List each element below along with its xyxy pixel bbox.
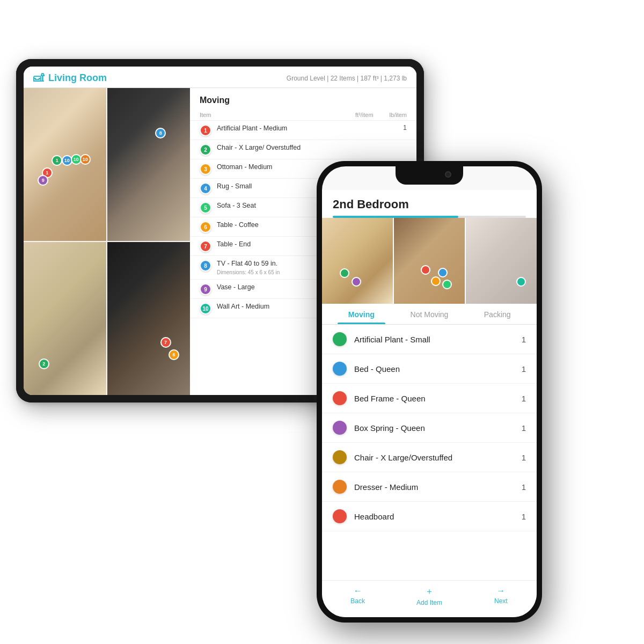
tablet-column-headers: Item ft³/item lb/item: [190, 112, 416, 121]
next-label: Next: [494, 597, 508, 605]
phone-list-item[interactable]: Bed - Queen 1: [322, 354, 537, 384]
tablet-photo-grid: 1 1 10 10 10 9 8 2: [24, 88, 190, 395]
next-button[interactable]: → Next: [465, 586, 537, 606]
tablet-item-dot: 9: [200, 283, 211, 295]
p-badge-orange: [431, 276, 441, 286]
badge-2: 2: [39, 358, 49, 369]
phone-header: 2nd Bedroom: [322, 190, 537, 218]
phone-item-qty: 1: [522, 364, 526, 374]
tab-moving[interactable]: Moving: [327, 304, 396, 324]
tab-not-moving[interactable]: Not Moving: [396, 304, 464, 324]
tablet-item-qty: 1: [398, 124, 407, 131]
tablet-section-title: Moving: [200, 96, 407, 105]
phone-item-dot: [333, 391, 347, 405]
phone-photo-bedroom-2[interactable]: [394, 218, 465, 304]
phone-list-item[interactable]: Headboard 1: [322, 502, 537, 531]
tablet-item-name: Chair - X Large/ Overstuffed: [217, 143, 393, 152]
p-badge-blue: [438, 268, 448, 277]
phone-item-dot: [333, 421, 347, 435]
badge-9: 9: [38, 175, 48, 186]
phone-list-item[interactable]: Artificial Plant - Small 1: [322, 325, 537, 354]
tablet-item-dot: 4: [200, 182, 211, 194]
tablet-item-dot: 5: [200, 202, 211, 214]
p-badge-cyan: [516, 277, 526, 287]
badge-1c: 1: [52, 155, 62, 166]
phone-item-qty: 1: [522, 394, 526, 403]
photo-living-2[interactable]: 8: [107, 88, 190, 241]
p-badge-teal: [442, 280, 452, 289]
phone-item-name: Bed Frame - Queen: [354, 394, 514, 403]
phone-tabs: Moving Not Moving Packing: [322, 304, 537, 325]
phone-item-name: Dresser - Medium: [354, 482, 514, 492]
p-badge-purple: [352, 277, 361, 287]
phone-item-dot: [333, 332, 347, 346]
tablet-item-dot: 7: [200, 240, 211, 252]
phone-item-qty: 1: [522, 335, 526, 344]
photo-living-3[interactable]: 2: [24, 242, 106, 395]
phone-list-item[interactable]: Box Spring - Queen 1: [322, 413, 537, 443]
p-badge-red: [421, 265, 430, 275]
back-button[interactable]: ← Back: [322, 586, 393, 606]
badge-6: 6: [169, 349, 179, 360]
phone-photo-bedroom-3[interactable]: [466, 218, 537, 304]
tablet-item-dot: 10: [200, 303, 211, 314]
phone-photo-bedroom-1[interactable]: [322, 218, 393, 304]
phone-item-qty: 1: [522, 453, 526, 462]
phone-camera: [445, 171, 451, 178]
badge-10c: 10: [80, 154, 91, 165]
phone-item-list: Artificial Plant - Small 1 Bed - Queen 1…: [322, 325, 537, 580]
phone-item-dot: [333, 480, 347, 494]
phone-device: 2nd Bedroom: [317, 161, 542, 623]
tablet-topbar: 🛋 Living Room Ground Level | 22 Items | …: [24, 67, 416, 88]
add-item-button[interactable]: ＋ Add Item: [393, 586, 465, 606]
tablet-item-dot: 2: [200, 144, 211, 156]
add-label: Add Item: [416, 599, 442, 606]
phone-bottom-bar: ← Back ＋ Add Item → Next: [322, 580, 537, 617]
phone-item-qty: 1: [522, 512, 526, 521]
tablet-list-header: Moving: [190, 93, 416, 112]
phone-screen: 2nd Bedroom: [322, 166, 537, 617]
phone-item-name: Artificial Plant - Small: [354, 335, 514, 344]
badge-7: 7: [160, 337, 171, 348]
tablet-room-title: 🛋 Living Room: [33, 72, 107, 84]
app-scene: 🛋 Living Room Ground Level | 22 Items | …: [0, 0, 644, 644]
p-badge-green: [340, 268, 349, 278]
tablet-list-item[interactable]: 1 Artificial Plant - Medium 1: [190, 121, 416, 140]
tablet-item-dot: 6: [200, 221, 211, 233]
back-label: Back: [350, 597, 365, 605]
tablet-list-item[interactable]: 2 Chair - X Large/ Overstuffed: [190, 140, 416, 159]
phone-item-qty: 1: [522, 423, 526, 433]
next-icon: →: [496, 586, 505, 596]
tablet-item-dot: 8: [200, 260, 211, 272]
badge-8: 8: [155, 128, 166, 138]
photo-living-1[interactable]: 1 1 10 10 10 9: [24, 88, 106, 241]
phone-content: 2nd Bedroom: [322, 190, 537, 617]
phone-photo-strip: [322, 218, 537, 304]
phone-list-item[interactable]: Chair - X Large/Overstuffed 1: [322, 443, 537, 472]
phone-notch: [396, 166, 463, 185]
phone-list-item[interactable]: Bed Frame - Queen 1: [322, 384, 537, 413]
photo-living-4[interactable]: 7 6: [107, 242, 190, 395]
phone-item-name: Chair - X Large/Overstuffed: [354, 453, 514, 462]
add-icon: ＋: [425, 586, 434, 597]
sofa-icon: 🛋: [33, 72, 44, 84]
tablet-item-dot: 1: [200, 125, 211, 136]
phone-item-name: Bed - Queen: [354, 364, 514, 374]
phone-item-dot: [333, 450, 347, 464]
phone-list-item[interactable]: Dresser - Medium 1: [322, 472, 537, 502]
tab-packing[interactable]: Packing: [463, 304, 531, 324]
back-icon: ←: [354, 586, 362, 596]
tablet-item-name: Artificial Plant - Medium: [217, 124, 393, 133]
phone-item-name: Headboard: [354, 512, 514, 521]
tablet-item-dot: 3: [200, 163, 211, 175]
phone-item-qty: 1: [522, 482, 526, 492]
phone-room-title: 2nd Bedroom: [333, 197, 526, 211]
phone-item-name: Box Spring - Queen: [354, 423, 514, 433]
phone-item-dot: [333, 509, 347, 523]
phone-item-dot: [333, 362, 347, 376]
tablet-room-meta: Ground Level | 22 Items | 187 ft³ | 1,27…: [287, 75, 407, 82]
